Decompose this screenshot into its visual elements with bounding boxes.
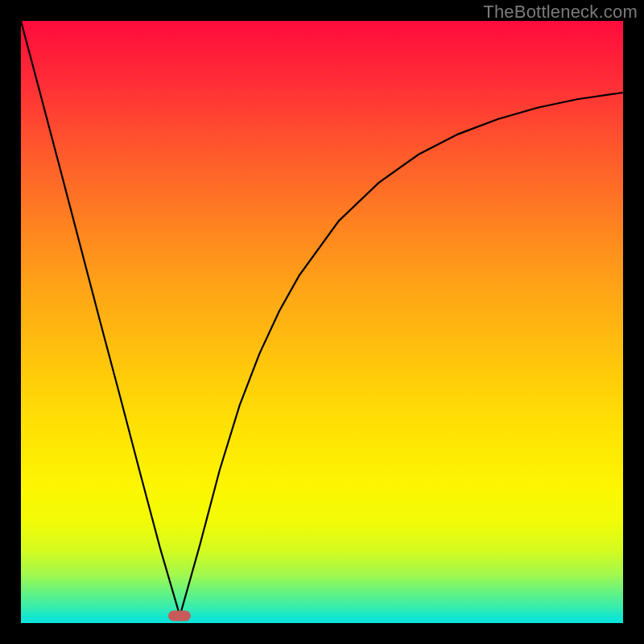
chart-frame: TheBottleneck.com <box>0 0 644 644</box>
plot-area <box>21 21 623 623</box>
gradient-background <box>21 21 623 623</box>
watermark-text: TheBottleneck.com <box>483 2 638 23</box>
